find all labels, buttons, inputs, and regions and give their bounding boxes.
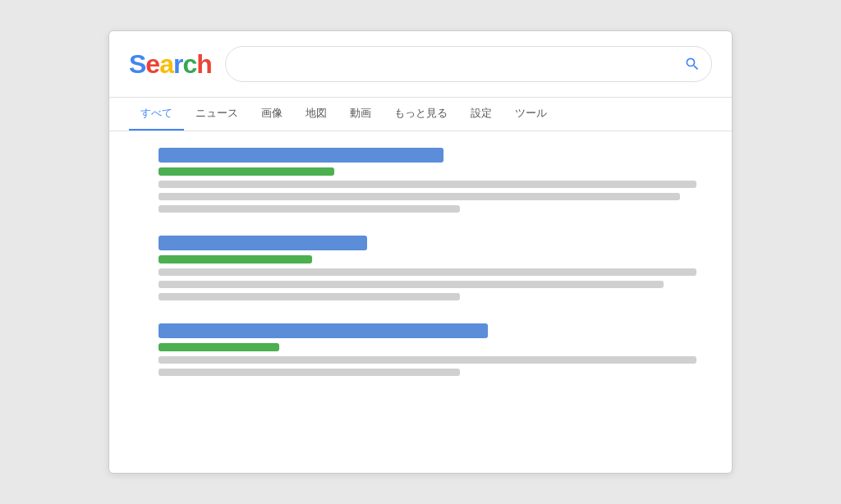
search-button[interactable] xyxy=(684,56,701,72)
nav-tab-設定[interactable]: 設定 xyxy=(459,98,503,131)
result-desc-line-0-2 xyxy=(159,205,460,213)
nav-tab-地図[interactable]: 地図 xyxy=(294,98,338,131)
result-desc-line-0-1 xyxy=(159,193,680,200)
result-item-2 xyxy=(159,323,707,376)
browser-window: Search すべてニュース画像地図動画もっと見る設定ツール xyxy=(108,30,733,474)
search-input[interactable] xyxy=(225,46,712,82)
result-url-0 xyxy=(159,167,334,176)
logo: Search xyxy=(129,49,212,80)
nav-tab-もっと見る[interactable]: もっと見る xyxy=(383,98,459,131)
result-desc-line-1-1 xyxy=(159,281,664,288)
nav-tab-ツール[interactable]: ツール xyxy=(503,98,558,131)
result-item-0 xyxy=(159,148,707,213)
nav-tab-動画[interactable]: 動画 xyxy=(338,98,383,131)
result-desc-line-1-2 xyxy=(159,293,460,300)
results-area xyxy=(109,131,732,396)
result-desc-line-0-0 xyxy=(159,181,696,188)
result-title-1 xyxy=(159,236,367,250)
search-bar xyxy=(225,46,712,82)
search-icon xyxy=(684,56,701,72)
nav-tabs: すべてニュース画像地図動画もっと見る設定ツール xyxy=(109,98,732,131)
result-url-2 xyxy=(159,343,279,351)
nav-tab-ニュース[interactable]: ニュース xyxy=(184,98,250,131)
result-desc-line-2-1 xyxy=(159,369,460,376)
nav-tab-画像[interactable]: 画像 xyxy=(250,98,294,131)
logo-r: r xyxy=(173,49,182,79)
result-title-2 xyxy=(159,323,488,338)
result-title-0 xyxy=(159,148,443,163)
result-desc-line-1-0 xyxy=(159,268,696,276)
logo-a: a xyxy=(159,49,173,79)
result-desc-line-2-0 xyxy=(159,356,696,364)
logo-e: e xyxy=(145,49,159,79)
logo-c: c xyxy=(182,49,196,79)
nav-tab-すべて[interactable]: すべて xyxy=(129,98,184,131)
logo-h: h xyxy=(196,49,212,79)
result-url-1 xyxy=(159,255,312,263)
header: Search xyxy=(109,31,732,98)
result-item-1 xyxy=(159,236,707,300)
logo-s: S xyxy=(129,49,145,79)
